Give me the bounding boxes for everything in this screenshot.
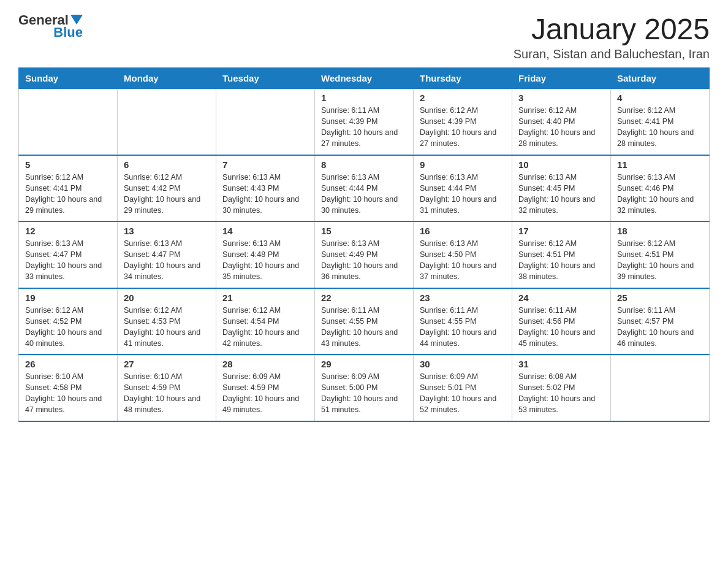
calendar-cell bbox=[216, 89, 315, 155]
calendar-cell: 24Sunrise: 6:11 AMSunset: 4:56 PMDayligh… bbox=[512, 288, 611, 355]
calendar-cell: 16Sunrise: 6:13 AMSunset: 4:50 PMDayligh… bbox=[414, 221, 512, 288]
calendar-cell: 12Sunrise: 6:13 AMSunset: 4:47 PMDayligh… bbox=[19, 221, 118, 288]
calendar-cell: 6Sunrise: 6:12 AMSunset: 4:42 PMDaylight… bbox=[118, 155, 216, 222]
day-number: 26 bbox=[25, 359, 111, 369]
day-number: 12 bbox=[25, 226, 111, 236]
calendar-cell: 1Sunrise: 6:11 AMSunset: 4:39 PMDaylight… bbox=[315, 89, 414, 155]
day-info: Sunrise: 6:12 AMSunset: 4:51 PMDaylight:… bbox=[518, 238, 604, 283]
calendar-week-row: 19Sunrise: 6:12 AMSunset: 4:52 PMDayligh… bbox=[19, 288, 710, 355]
calendar-cell: 14Sunrise: 6:13 AMSunset: 4:48 PMDayligh… bbox=[216, 221, 315, 288]
calendar-week-row: 1Sunrise: 6:11 AMSunset: 4:39 PMDaylight… bbox=[19, 89, 710, 155]
day-number: 16 bbox=[420, 226, 506, 236]
day-number: 5 bbox=[25, 159, 111, 170]
day-info: Sunrise: 6:13 AMSunset: 4:46 PMDaylight:… bbox=[617, 172, 703, 216]
day-number: 21 bbox=[222, 293, 308, 303]
calendar-cell: 30Sunrise: 6:09 AMSunset: 5:01 PMDayligh… bbox=[414, 354, 512, 421]
day-info: Sunrise: 6:13 AMSunset: 4:43 PMDaylight:… bbox=[222, 172, 308, 216]
calendar-cell: 9Sunrise: 6:13 AMSunset: 4:44 PMDaylight… bbox=[414, 155, 512, 222]
day-info: Sunrise: 6:13 AMSunset: 4:44 PMDaylight:… bbox=[420, 172, 506, 216]
day-number: 10 bbox=[518, 159, 604, 170]
day-number: 25 bbox=[617, 293, 703, 303]
calendar-cell: 3Sunrise: 6:12 AMSunset: 4:40 PMDaylight… bbox=[512, 89, 611, 155]
header-friday: Friday bbox=[512, 68, 611, 89]
day-info: Sunrise: 6:10 AMSunset: 4:58 PMDaylight:… bbox=[25, 371, 111, 416]
calendar-cell: 13Sunrise: 6:13 AMSunset: 4:47 PMDayligh… bbox=[118, 221, 216, 288]
day-number: 4 bbox=[617, 93, 703, 103]
day-number: 7 bbox=[222, 159, 308, 170]
calendar-cell: 11Sunrise: 6:13 AMSunset: 4:46 PMDayligh… bbox=[611, 155, 710, 222]
day-info: Sunrise: 6:11 AMSunset: 4:57 PMDaylight:… bbox=[617, 305, 703, 350]
calendar-cell: 31Sunrise: 6:08 AMSunset: 5:02 PMDayligh… bbox=[512, 354, 611, 421]
day-info: Sunrise: 6:13 AMSunset: 4:47 PMDaylight:… bbox=[25, 238, 111, 283]
day-number: 31 bbox=[518, 359, 604, 369]
day-info: Sunrise: 6:13 AMSunset: 4:48 PMDaylight:… bbox=[222, 238, 308, 283]
header-monday: Monday bbox=[118, 68, 216, 89]
day-info: Sunrise: 6:12 AMSunset: 4:42 PMDaylight:… bbox=[124, 172, 210, 216]
day-number: 17 bbox=[518, 226, 604, 236]
day-info: Sunrise: 6:09 AMSunset: 4:59 PMDaylight:… bbox=[222, 371, 308, 416]
day-info: Sunrise: 6:12 AMSunset: 4:53 PMDaylight:… bbox=[124, 305, 210, 350]
day-info: Sunrise: 6:12 AMSunset: 4:52 PMDaylight:… bbox=[25, 305, 111, 350]
day-info: Sunrise: 6:13 AMSunset: 4:49 PMDaylight:… bbox=[321, 238, 407, 283]
day-info: Sunrise: 6:11 AMSunset: 4:55 PMDaylight:… bbox=[420, 305, 506, 350]
day-info: Sunrise: 6:08 AMSunset: 5:02 PMDaylight:… bbox=[518, 371, 604, 416]
day-number: 8 bbox=[321, 159, 407, 170]
page-header: General Blue January 2025 Suran, Sistan … bbox=[18, 12, 710, 61]
calendar-cell: 26Sunrise: 6:10 AMSunset: 4:58 PMDayligh… bbox=[19, 354, 118, 421]
day-info: Sunrise: 6:11 AMSunset: 4:39 PMDaylight:… bbox=[321, 105, 407, 150]
day-info: Sunrise: 6:13 AMSunset: 4:45 PMDaylight:… bbox=[518, 172, 604, 216]
day-info: Sunrise: 6:13 AMSunset: 4:47 PMDaylight:… bbox=[124, 238, 210, 283]
header-wednesday: Wednesday bbox=[315, 68, 414, 89]
calendar-cell: 18Sunrise: 6:12 AMSunset: 4:51 PMDayligh… bbox=[611, 221, 710, 288]
day-info: Sunrise: 6:10 AMSunset: 4:59 PMDaylight:… bbox=[124, 371, 210, 416]
calendar-header-row: SundayMondayTuesdayWednesdayThursdayFrid… bbox=[19, 68, 710, 89]
day-number: 18 bbox=[617, 226, 703, 236]
day-number: 30 bbox=[420, 359, 506, 369]
calendar-cell: 21Sunrise: 6:12 AMSunset: 4:54 PMDayligh… bbox=[216, 288, 315, 355]
calendar-cell: 15Sunrise: 6:13 AMSunset: 4:49 PMDayligh… bbox=[315, 221, 414, 288]
location-title: Suran, Sistan and Baluchestan, Iran bbox=[514, 47, 710, 61]
day-info: Sunrise: 6:11 AMSunset: 4:55 PMDaylight:… bbox=[321, 305, 407, 350]
day-info: Sunrise: 6:12 AMSunset: 4:51 PMDaylight:… bbox=[617, 238, 703, 283]
calendar-cell: 7Sunrise: 6:13 AMSunset: 4:43 PMDaylight… bbox=[216, 155, 315, 222]
calendar-cell: 29Sunrise: 6:09 AMSunset: 5:00 PMDayligh… bbox=[315, 354, 414, 421]
day-info: Sunrise: 6:13 AMSunset: 4:44 PMDaylight:… bbox=[321, 172, 407, 216]
calendar-cell: 2Sunrise: 6:12 AMSunset: 4:39 PMDaylight… bbox=[414, 89, 512, 155]
day-info: Sunrise: 6:12 AMSunset: 4:54 PMDaylight:… bbox=[222, 305, 308, 350]
calendar-week-row: 26Sunrise: 6:10 AMSunset: 4:58 PMDayligh… bbox=[19, 354, 710, 421]
day-number: 6 bbox=[124, 159, 210, 170]
day-number: 15 bbox=[321, 226, 407, 236]
calendar-cell bbox=[19, 89, 118, 155]
day-info: Sunrise: 6:09 AMSunset: 5:00 PMDaylight:… bbox=[321, 371, 407, 416]
calendar-cell: 10Sunrise: 6:13 AMSunset: 4:45 PMDayligh… bbox=[512, 155, 611, 222]
day-number: 19 bbox=[25, 293, 111, 303]
calendar-cell: 19Sunrise: 6:12 AMSunset: 4:52 PMDayligh… bbox=[19, 288, 118, 355]
header-saturday: Saturday bbox=[611, 68, 710, 89]
day-info: Sunrise: 6:13 AMSunset: 4:50 PMDaylight:… bbox=[420, 238, 506, 283]
calendar-cell: 20Sunrise: 6:12 AMSunset: 4:53 PMDayligh… bbox=[118, 288, 216, 355]
header-tuesday: Tuesday bbox=[216, 68, 315, 89]
calendar-cell: 28Sunrise: 6:09 AMSunset: 4:59 PMDayligh… bbox=[216, 354, 315, 421]
day-number: 9 bbox=[420, 159, 506, 170]
day-number: 2 bbox=[420, 93, 506, 103]
day-number: 24 bbox=[518, 293, 604, 303]
day-number: 20 bbox=[124, 293, 210, 303]
day-number: 11 bbox=[617, 159, 703, 170]
month-title: January 2025 bbox=[514, 12, 710, 46]
day-info: Sunrise: 6:11 AMSunset: 4:56 PMDaylight:… bbox=[518, 305, 604, 350]
header-sunday: Sunday bbox=[19, 68, 118, 89]
day-info: Sunrise: 6:09 AMSunset: 5:01 PMDaylight:… bbox=[420, 371, 506, 416]
calendar-cell: 27Sunrise: 6:10 AMSunset: 4:59 PMDayligh… bbox=[118, 354, 216, 421]
day-info: Sunrise: 6:12 AMSunset: 4:41 PMDaylight:… bbox=[617, 105, 703, 150]
calendar-cell: 22Sunrise: 6:11 AMSunset: 4:55 PMDayligh… bbox=[315, 288, 414, 355]
calendar-cell: 4Sunrise: 6:12 AMSunset: 4:41 PMDaylight… bbox=[611, 89, 710, 155]
day-info: Sunrise: 6:12 AMSunset: 4:40 PMDaylight:… bbox=[518, 105, 604, 150]
svg-marker-0 bbox=[70, 15, 83, 25]
calendar-cell: 8Sunrise: 6:13 AMSunset: 4:44 PMDaylight… bbox=[315, 155, 414, 222]
title-block: January 2025 Suran, Sistan and Baluchest… bbox=[514, 12, 710, 61]
day-number: 27 bbox=[124, 359, 210, 369]
logo-triangle-icon bbox=[70, 13, 83, 26]
calendar-cell: 25Sunrise: 6:11 AMSunset: 4:57 PMDayligh… bbox=[611, 288, 710, 355]
day-info: Sunrise: 6:12 AMSunset: 4:41 PMDaylight:… bbox=[25, 172, 111, 216]
logo: General Blue bbox=[18, 12, 83, 40]
